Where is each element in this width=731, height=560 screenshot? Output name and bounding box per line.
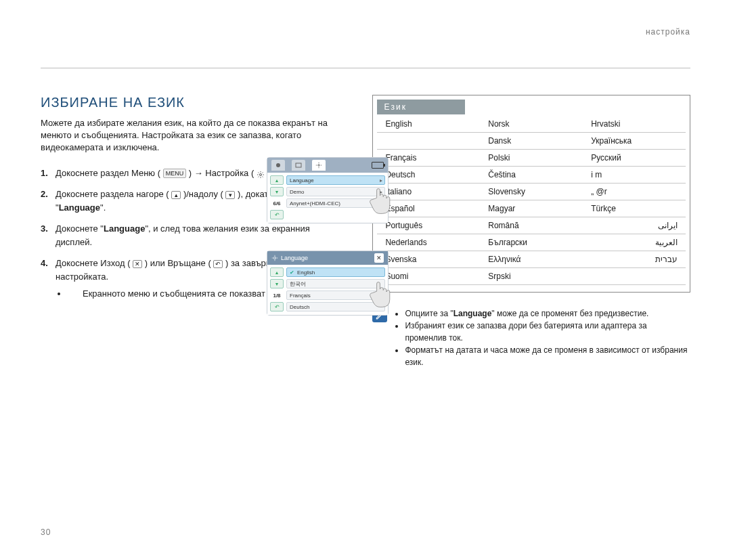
ss2-row-deutsch-label: Deutsch	[290, 304, 309, 310]
ss1-pager: 6/6	[270, 200, 284, 207]
lang-cell	[377, 133, 480, 150]
step-3-text-a: Докоснете "	[56, 223, 104, 234]
check-icon: ✔	[290, 270, 294, 276]
lang-cell: Srpski	[480, 268, 583, 285]
lang-cell: Polski	[480, 150, 583, 167]
ss1-row-language-label: Language	[290, 177, 314, 184]
lang-cell: Norsk	[480, 116, 583, 133]
up-arrow-icon: ▴	[171, 191, 181, 199]
lang-cell	[583, 268, 686, 285]
page-number: 30	[41, 527, 51, 537]
step-4-text-b: ) или Връщане (	[145, 258, 211, 268]
table-row: DeutschČeštinai m	[377, 167, 686, 184]
device-screenshot-1: ▴ Language▸ ▾ Demo▸ 6/6 Anynet+(HDMI-CEC…	[267, 157, 389, 230]
step-num-3: 3.	[41, 222, 48, 236]
lang-cell: English	[377, 116, 480, 133]
lang-cell: Français	[377, 150, 480, 167]
ss1-back-button: ↶	[270, 210, 284, 219]
lang-cell: العربية	[583, 234, 686, 251]
step-num-1: 1.	[41, 167, 48, 180]
chapter-title: настройка	[646, 27, 690, 37]
ss1-up-button: ▴	[270, 175, 284, 185]
table-row: ItalianoSlovensky„ @r	[377, 184, 686, 200]
ss2-row-english-label: English	[297, 270, 315, 276]
down-arrow-icon: ▾	[225, 191, 235, 199]
lang-cell: Русский	[583, 150, 686, 167]
ss2-close-button: ✕	[374, 253, 384, 263]
step-4-text-a: Докоснете Изход (	[56, 258, 131, 268]
gear-icon	[257, 169, 265, 177]
ss2-up-button: ▴	[270, 267, 284, 277]
gear-icon	[271, 255, 278, 261]
lang-cell: Nederlands	[377, 234, 480, 251]
step-2-text-a: Докоснете раздела нагоре (	[56, 189, 169, 199]
step-1-text-a: Докоснете раздел Меню (	[56, 168, 160, 178]
table-row: EnglishNorskHrvatski	[377, 116, 686, 133]
ss2-row-francais-label: Français	[290, 293, 311, 299]
lang-cell: ايرانى	[583, 217, 686, 234]
table-row: DanskУкраїнська	[377, 133, 686, 150]
ss1-down-button: ▾	[270, 187, 284, 196]
lang-cell: Deutsch	[377, 167, 480, 184]
tab-display-icon	[292, 160, 305, 171]
lang-cell: Dansk	[480, 133, 583, 150]
lang-cell: Magyar	[480, 200, 583, 217]
lang-cell: Svenska	[377, 251, 480, 268]
lang-cell: i m	[583, 167, 686, 184]
close-icon: ✕	[133, 260, 142, 268]
chevron-right-icon: ▸	[380, 177, 382, 184]
step-1-text-b: ) → Настройка (	[189, 168, 254, 178]
ss2-row-english: ✔English	[286, 267, 385, 277]
svg-point-4	[273, 257, 275, 259]
tab-settings-icon	[312, 160, 326, 171]
table-row: EspañolMagyarTürkçe	[377, 200, 686, 217]
table-row: FrançaisPolskiРусский	[377, 150, 686, 167]
table-row: NederlandsБългарскиالعربية	[377, 234, 686, 251]
step-num-4: 4.	[41, 257, 48, 270]
step-2-bold: Language	[59, 202, 100, 213]
ss1-row-language: Language▸	[286, 175, 385, 185]
notes-block: Опциите за "Language" може да се променя…	[372, 307, 690, 368]
ss2-title: Language	[281, 255, 308, 261]
table-row: PortuguêsRomânăايرانى	[377, 217, 686, 234]
note-bullet-2: Избраният език се запазва дори без батер…	[405, 320, 690, 344]
lang-cell: Română	[480, 217, 583, 234]
horizontal-rule	[41, 68, 690, 68]
lang-cell: Português	[377, 217, 480, 234]
ss2-back-button: ↶	[270, 302, 284, 311]
language-options-box: Език EnglishNorskHrvatski DanskУкраїнськ…	[372, 95, 690, 293]
ss1-row-anynet-label: Anynet+(HDMI-CEC)	[290, 200, 340, 207]
lang-cell: Ελληνικά	[480, 251, 583, 268]
table-row: SuomiSrpski	[377, 268, 686, 285]
lang-cell: Български	[480, 234, 583, 251]
battery-icon	[372, 162, 384, 169]
step-num-2: 2.	[41, 188, 48, 201]
hand-pointer-icon	[369, 278, 393, 311]
svg-point-3	[318, 165, 320, 167]
note-bullet-3: Форматът на датата и часа може да се про…	[405, 344, 690, 368]
note-bullet-1: Опциите за "Language" може да се променя…	[405, 307, 690, 320]
note-bullet-1-bold: Language	[453, 309, 492, 318]
ss1-row-demo-label: Demo	[290, 189, 304, 195]
svg-point-0	[259, 174, 261, 176]
section-heading: ИЗБИРАНЕ НА ЕЗИК	[41, 95, 345, 110]
lang-cell: עברית	[583, 251, 686, 268]
language-table: EnglishNorskHrvatski DanskУкраїнська Fra…	[377, 116, 686, 285]
return-icon: ↶	[213, 260, 223, 268]
step-3-bold: Language	[104, 223, 145, 234]
lang-cell: Hrvatski	[583, 116, 686, 133]
svg-point-1	[276, 163, 280, 167]
lang-cell: „ @r	[583, 184, 686, 200]
device-screenshot-2: Language ✕ ▴ ✔English ▾ 한국어 1/8	[267, 251, 389, 322]
lang-cell: Slovensky	[480, 184, 583, 200]
tab-storage-icon	[271, 160, 285, 171]
menu-icon: MENU	[163, 169, 187, 178]
ss2-down-button: ▾	[270, 279, 284, 288]
hand-pointer-icon	[369, 185, 393, 217]
lang-cell: Türkçe	[583, 200, 686, 217]
intro-text: Можете да избирате желания език, на койт…	[41, 117, 345, 154]
ss2-pager: 1/8	[270, 293, 284, 299]
table-row: SvenskaΕλληνικάעברית	[377, 251, 686, 268]
svg-rect-2	[296, 163, 301, 167]
step-2-text-b: )/надолу (	[183, 189, 223, 199]
